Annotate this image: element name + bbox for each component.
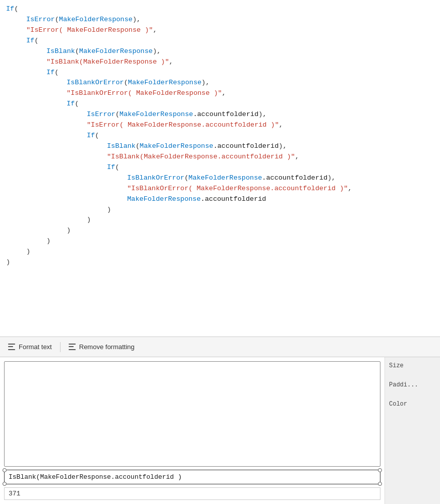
editor-section: IsBlank(MakeFolderResponse.accountfolder… <box>0 357 384 504</box>
code-line: ) <box>6 215 434 226</box>
handle-tr[interactable] <box>378 468 382 472</box>
code-line: ) <box>6 257 434 268</box>
color-label: Color <box>389 401 436 408</box>
format-text-icon <box>8 343 16 351</box>
code-line: IsBlankOrError(MakeFolderResponse.accoun… <box>6 173 434 184</box>
text-input-area[interactable] <box>4 361 380 467</box>
code-line: IsBlank(MakeFolderResponse.accountfolder… <box>6 141 434 152</box>
padding-label: Paddi... <box>389 381 436 388</box>
code-line: If( <box>6 36 434 46</box>
code-line: "IsBlankOrError( MakeFolderResponse )", <box>6 88 434 99</box>
code-line: "IsError( MakeFolderResponse )", <box>6 25 434 36</box>
code-line: ) <box>6 236 434 247</box>
code-line: IsBlankOrError(MakeFolderResponse), <box>6 78 434 88</box>
code-line: If( <box>6 4 434 15</box>
code-line: ) <box>6 205 434 215</box>
handle-tl[interactable] <box>3 468 7 472</box>
number-box: 371 <box>4 487 380 500</box>
code-line: ) <box>6 226 434 236</box>
code-line: If( <box>6 68 434 78</box>
remove-formatting-button[interactable]: Remove formatting <box>65 341 139 353</box>
number-value: 371 <box>9 490 20 497</box>
handle-bl[interactable] <box>3 482 7 486</box>
size-label: Size <box>389 362 436 369</box>
format-text-button[interactable]: Format text <box>4 341 56 353</box>
code-line: "IsError( MakeFolderResponse.accountfold… <box>6 120 434 131</box>
bottom-panel: IsBlank(MakeFolderResponse.accountfolder… <box>0 357 440 504</box>
code-line: If( <box>6 99 434 109</box>
remove-formatting-icon <box>69 343 77 351</box>
code-line: If( <box>6 131 434 141</box>
toolbar-divider <box>60 342 61 352</box>
code-line: "IsBlankOrError( MakeFolderResponse.acco… <box>6 184 434 194</box>
code-line: IsError(MakeFolderResponse), <box>6 15 434 25</box>
code-line: ) <box>6 247 434 257</box>
right-panel: Size Paddi... Color <box>384 357 440 504</box>
code-line: IsError(MakeFolderResponse.accountfolder… <box>6 109 434 120</box>
handle-br[interactable] <box>378 482 382 486</box>
code-line: MakeFolderResponse.accountfolderid <box>6 194 434 205</box>
code-line: IsBlank(MakeFolderResponse), <box>6 46 434 57</box>
code-line: If( <box>6 162 434 173</box>
remove-formatting-label: Remove formatting <box>79 343 135 351</box>
toolbar: Format text Remove formatting <box>0 337 440 357</box>
code-line: "IsBlank(MakeFolderResponse )", <box>6 57 434 68</box>
code-editor[interactable]: If(IsError(MakeFolderResponse),"IsError(… <box>0 0 440 337</box>
formula-box[interactable]: IsBlank(MakeFolderResponse.accountfolder… <box>4 470 380 484</box>
formula-value: IsBlank(MakeFolderResponse.accountfolder… <box>9 473 182 481</box>
format-text-label: Format text <box>19 343 52 351</box>
code-line: "IsBlank(MakeFolderResponse.accountfolde… <box>6 152 434 162</box>
